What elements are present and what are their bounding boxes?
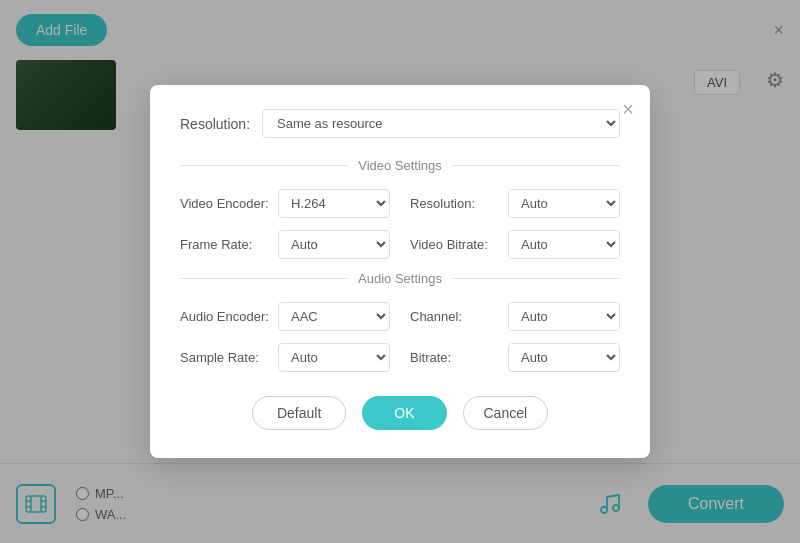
- modal-close-button[interactable]: ×: [622, 99, 634, 119]
- video-settings-divider: Video Settings: [180, 158, 620, 173]
- bitrate-label: Bitrate:: [410, 350, 500, 365]
- resolution-item: Resolution: Auto: [410, 189, 620, 218]
- resolution-label2: Resolution:: [410, 196, 500, 211]
- modal-overlay: × Resolution: Same as resource Video Set…: [0, 0, 800, 543]
- video-settings-title: Video Settings: [358, 158, 442, 173]
- video-bitrate-select[interactable]: Auto: [508, 230, 620, 259]
- video-bitrate-label: Video Bitrate:: [410, 237, 500, 252]
- frame-rate-item: Frame Rate: Auto: [180, 230, 390, 259]
- video-bitrate-item: Video Bitrate: Auto: [410, 230, 620, 259]
- audio-encoder-item: Audio Encoder: AAC: [180, 302, 390, 331]
- sample-rate-select[interactable]: Auto: [278, 343, 390, 372]
- video-encoder-label: Video Encoder:: [180, 196, 270, 211]
- bitrate-item: Bitrate: Auto: [410, 343, 620, 372]
- frame-rate-select[interactable]: Auto: [278, 230, 390, 259]
- settings-modal: × Resolution: Same as resource Video Set…: [150, 85, 650, 458]
- channel-item: Channel: Auto: [410, 302, 620, 331]
- app-background: Add File × AVI ⚙: [0, 0, 800, 543]
- audio-settings-title: Audio Settings: [358, 271, 442, 286]
- modal-buttons: Default OK Cancel: [180, 396, 620, 430]
- video-settings-grid: Video Encoder: H.264 Resolution: Auto Fr…: [180, 189, 620, 259]
- audio-encoder-select[interactable]: AAC: [278, 302, 390, 331]
- bitrate-select[interactable]: Auto: [508, 343, 620, 372]
- video-encoder-select[interactable]: H.264: [278, 189, 390, 218]
- resolution-select[interactable]: Same as resource: [262, 109, 620, 138]
- ok-button[interactable]: OK: [362, 396, 446, 430]
- sample-rate-item: Sample Rate: Auto: [180, 343, 390, 372]
- audio-encoder-label: Audio Encoder:: [180, 309, 270, 324]
- cancel-button[interactable]: Cancel: [463, 396, 549, 430]
- audio-settings-divider: Audio Settings: [180, 271, 620, 286]
- channel-select[interactable]: Auto: [508, 302, 620, 331]
- resolution-select2[interactable]: Auto: [508, 189, 620, 218]
- resolution-label: Resolution:: [180, 116, 250, 132]
- top-resolution-row: Resolution: Same as resource: [180, 109, 620, 138]
- default-button[interactable]: Default: [252, 396, 346, 430]
- channel-label: Channel:: [410, 309, 500, 324]
- frame-rate-label: Frame Rate:: [180, 237, 270, 252]
- audio-settings-grid: Audio Encoder: AAC Channel: Auto Sample …: [180, 302, 620, 372]
- video-encoder-item: Video Encoder: H.264: [180, 189, 390, 218]
- sample-rate-label: Sample Rate:: [180, 350, 270, 365]
